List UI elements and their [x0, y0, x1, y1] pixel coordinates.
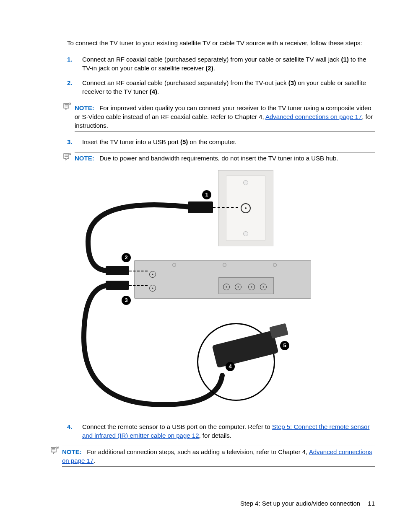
note-block-2: NOTE: Due to power and bandwidth require…: [75, 152, 375, 164]
step-text: on the computer.: [188, 138, 236, 145]
note-label: NOTE:: [62, 448, 82, 455]
step-list: 3. Insert the TV tuner into a USB port (…: [67, 137, 375, 146]
step-text: Insert the TV tuner into a USB port: [82, 138, 180, 145]
step-1: 1. Connect an RF coaxial cable (purchase…: [67, 55, 375, 72]
step-text: Connect an RF coaxial cable (purchased s…: [82, 56, 341, 63]
callout-ref: (1): [341, 56, 349, 63]
step-text: .: [157, 88, 159, 95]
intro-paragraph: To connect the TV tuner to your existing…: [67, 39, 375, 47]
note-icon: [63, 153, 71, 160]
callout-ref: (3): [288, 79, 296, 86]
diagram-callout-5: 5: [280, 341, 289, 350]
note-label: NOTE:: [75, 104, 94, 111]
note-text: Due to power and bandwidth requirements,…: [99, 155, 338, 162]
note-label: NOTE:: [75, 155, 94, 162]
callout-ref: (4): [150, 88, 157, 95]
step-text: , for details.: [199, 432, 232, 439]
step-number: 1.: [67, 55, 73, 64]
document-page: To connect the TV tuner to your existing…: [0, 0, 400, 498]
note-text: For additional connection steps, such as…: [87, 448, 309, 455]
step-number: 4.: [67, 422, 73, 431]
step-text: Connect the remote sensor to a USB port …: [82, 423, 272, 430]
step-3: 3. Insert the TV tuner into a USB port (…: [67, 137, 375, 146]
step-list: 1. Connect an RF coaxial cable (purchase…: [67, 55, 375, 96]
note-icon: [50, 447, 59, 454]
step-2: 2. Connect an RF coaxial cable (purchase…: [67, 78, 375, 96]
note-text: .: [94, 457, 95, 464]
note-block-1: NOTE: For improved video quality you can…: [75, 102, 375, 132]
note-icon: [63, 103, 71, 110]
step-text: .: [213, 65, 215, 72]
callout-ref: (5): [180, 138, 188, 145]
callout-ref: (2): [205, 65, 213, 72]
step-4: 4. Connect the remote sensor to a USB po…: [67, 422, 375, 440]
connection-diagram: 1 2 3 4 5: [80, 170, 323, 413]
step-text: Connect an RF coaxial cable (purchased s…: [82, 79, 288, 86]
note-block-3: NOTE: For additional connection steps, s…: [62, 446, 375, 467]
step-number: 3.: [67, 137, 73, 146]
link-advanced-connections[interactable]: Advanced connections on page 17: [265, 113, 362, 120]
step-number: 2.: [67, 78, 73, 87]
step-list: 4. Connect the remote sensor to a USB po…: [67, 422, 375, 440]
diagram-callout-4: 4: [226, 362, 235, 371]
